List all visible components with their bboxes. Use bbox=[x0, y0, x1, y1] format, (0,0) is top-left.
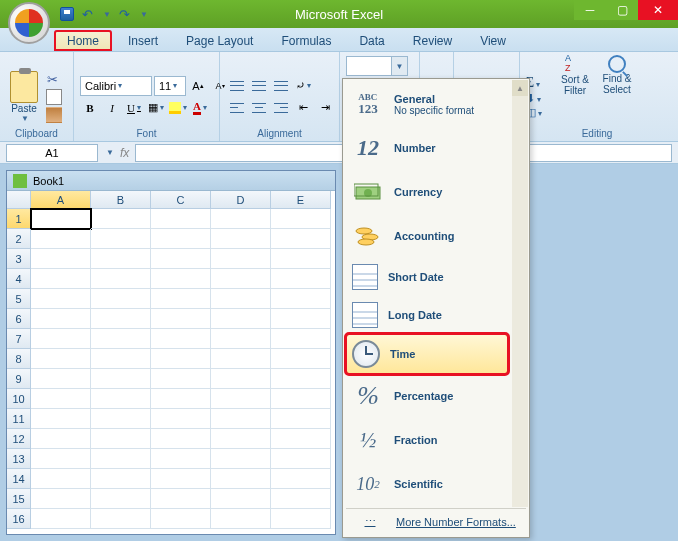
row-header[interactable]: 6 bbox=[7, 309, 31, 329]
copy-icon[interactable] bbox=[46, 89, 62, 105]
column-header[interactable]: C bbox=[151, 191, 211, 209]
cell[interactable] bbox=[271, 269, 331, 289]
cell[interactable] bbox=[211, 509, 271, 529]
align-top-button[interactable] bbox=[226, 76, 248, 96]
fx-icon[interactable]: fx bbox=[120, 146, 129, 160]
cell[interactable] bbox=[91, 209, 151, 229]
cell[interactable] bbox=[31, 309, 91, 329]
cell[interactable] bbox=[91, 389, 151, 409]
format-option-number[interactable]: 12 Number bbox=[346, 126, 508, 170]
row-header[interactable]: 7 bbox=[7, 329, 31, 349]
row-header[interactable]: 14 bbox=[7, 469, 31, 489]
format-option-accounting[interactable]: Accounting bbox=[346, 214, 508, 258]
tab-home[interactable]: Home bbox=[54, 30, 112, 51]
cell[interactable] bbox=[151, 389, 211, 409]
cell[interactable] bbox=[211, 469, 271, 489]
cell[interactable] bbox=[271, 249, 331, 269]
cell[interactable] bbox=[211, 449, 271, 469]
cell[interactable] bbox=[31, 429, 91, 449]
cell[interactable] bbox=[211, 389, 271, 409]
cell[interactable] bbox=[271, 409, 331, 429]
underline-button[interactable]: U▾ bbox=[124, 98, 144, 118]
minimize-button[interactable]: ─ bbox=[574, 0, 606, 20]
fill-color-button[interactable]: ▾ bbox=[168, 98, 188, 118]
row-header[interactable]: 4 bbox=[7, 269, 31, 289]
cell[interactable] bbox=[91, 449, 151, 469]
undo-split-icon[interactable]: ▼ bbox=[103, 10, 111, 19]
workbook-titlebar[interactable]: Book1 bbox=[7, 171, 335, 191]
tab-review[interactable]: Review bbox=[401, 31, 464, 51]
cell[interactable] bbox=[31, 269, 91, 289]
cell[interactable] bbox=[91, 269, 151, 289]
cell[interactable] bbox=[151, 469, 211, 489]
increase-indent-button[interactable]: ⇥ bbox=[314, 98, 336, 118]
format-option-time[interactable]: Time bbox=[346, 334, 508, 374]
cell[interactable] bbox=[211, 229, 271, 249]
cell[interactable] bbox=[271, 209, 331, 229]
cell[interactable] bbox=[211, 289, 271, 309]
tab-data[interactable]: Data bbox=[347, 31, 396, 51]
font-size-combo[interactable]: 11▾ bbox=[154, 76, 186, 96]
cell[interactable] bbox=[271, 469, 331, 489]
row-header[interactable]: 10 bbox=[7, 389, 31, 409]
cell[interactable] bbox=[91, 229, 151, 249]
close-button[interactable]: ✕ bbox=[638, 0, 678, 20]
column-header[interactable]: D bbox=[211, 191, 271, 209]
cell[interactable] bbox=[91, 409, 151, 429]
orientation-button[interactable]: ⤾▾ bbox=[292, 76, 314, 96]
cell[interactable] bbox=[31, 489, 91, 509]
format-option-percentage[interactable]: % Percentage bbox=[346, 374, 508, 418]
row-header[interactable]: 1 bbox=[7, 209, 31, 229]
cell[interactable] bbox=[151, 249, 211, 269]
format-option-longdate[interactable]: Long Date bbox=[346, 296, 508, 334]
font-name-combo[interactable]: Calibri▾ bbox=[80, 76, 152, 96]
tab-insert[interactable]: Insert bbox=[116, 31, 170, 51]
increase-font-icon[interactable]: A▴ bbox=[188, 76, 208, 96]
format-option-currency[interactable]: Currency bbox=[346, 170, 508, 214]
cell[interactable] bbox=[271, 329, 331, 349]
cell[interactable] bbox=[31, 389, 91, 409]
cut-icon[interactable]: ✂ bbox=[46, 71, 62, 87]
paste-button[interactable]: Paste ▼ bbox=[6, 71, 42, 123]
cell[interactable] bbox=[31, 469, 91, 489]
find-select-button[interactable]: Find & Select bbox=[598, 55, 636, 95]
office-button[interactable] bbox=[8, 2, 50, 44]
cell[interactable] bbox=[31, 449, 91, 469]
row-header[interactable]: 9 bbox=[7, 369, 31, 389]
cell[interactable] bbox=[271, 309, 331, 329]
cell[interactable] bbox=[151, 449, 211, 469]
cell[interactable] bbox=[91, 369, 151, 389]
format-option-scientific[interactable]: 102 Scientific bbox=[346, 462, 508, 506]
row-header[interactable]: 3 bbox=[7, 249, 31, 269]
cell[interactable] bbox=[91, 309, 151, 329]
cell[interactable] bbox=[31, 229, 91, 249]
cell[interactable] bbox=[31, 209, 91, 229]
row-header[interactable]: 15 bbox=[7, 489, 31, 509]
column-header[interactable]: E bbox=[271, 191, 331, 209]
align-center-button[interactable] bbox=[248, 98, 270, 118]
spreadsheet-grid[interactable]: ABCDE12345678910111213141516 bbox=[7, 191, 335, 529]
cell[interactable] bbox=[31, 329, 91, 349]
row-header[interactable]: 16 bbox=[7, 509, 31, 529]
sort-filter-button[interactable]: Sort & Filter bbox=[556, 54, 594, 96]
cell[interactable] bbox=[211, 349, 271, 369]
cell[interactable] bbox=[91, 469, 151, 489]
scroll-up-icon[interactable]: ▲ bbox=[512, 80, 528, 96]
cell[interactable] bbox=[271, 229, 331, 249]
cell[interactable] bbox=[211, 489, 271, 509]
font-color-button[interactable]: A▾ bbox=[190, 98, 210, 118]
cell[interactable] bbox=[91, 349, 151, 369]
row-header[interactable]: 11 bbox=[7, 409, 31, 429]
cell[interactable] bbox=[271, 509, 331, 529]
cell[interactable] bbox=[211, 249, 271, 269]
redo-icon[interactable]: ↷ bbox=[119, 7, 130, 22]
cell[interactable] bbox=[211, 269, 271, 289]
cell[interactable] bbox=[91, 249, 151, 269]
align-bottom-button[interactable] bbox=[270, 76, 292, 96]
cell[interactable] bbox=[151, 329, 211, 349]
select-all-corner[interactable] bbox=[7, 191, 31, 209]
format-painter-icon[interactable] bbox=[46, 107, 62, 123]
cell[interactable] bbox=[151, 509, 211, 529]
cell[interactable] bbox=[211, 329, 271, 349]
cell[interactable] bbox=[211, 309, 271, 329]
